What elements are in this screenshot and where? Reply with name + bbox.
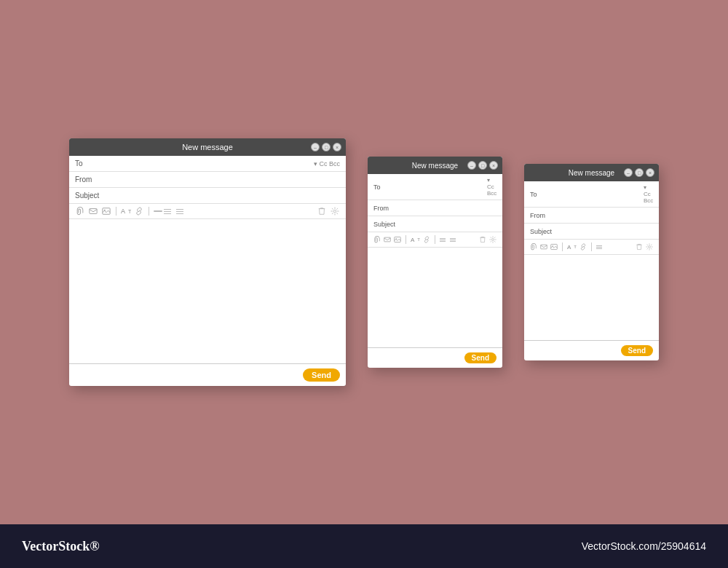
svg-rect-0 — [90, 209, 97, 214]
maximize-btn-large[interactable]: □ — [322, 143, 331, 151]
subject-input-small[interactable] — [559, 228, 653, 235]
close-btn-medium[interactable]: × — [489, 161, 498, 170]
toolbar-sep-2-small — [591, 242, 592, 251]
window-title-medium: New message — [412, 162, 458, 170]
image-icon-large[interactable] — [101, 207, 111, 216]
to-field-row-small: To ▾ Cc Bcc — [524, 181, 659, 208]
email-bottom-large: Send — [69, 363, 346, 386]
svg-point-7 — [492, 239, 494, 241]
window-title-large: New message — [182, 143, 233, 151]
font-t-icon-medium[interactable]: T — [417, 237, 420, 242]
delete-icon-medium[interactable] — [479, 236, 486, 243]
toolbar-sep-2-medium — [435, 235, 435, 244]
image-icon-small[interactable] — [550, 243, 558, 251]
from-label-small: From — [530, 212, 559, 219]
email-icon-medium[interactable] — [384, 236, 391, 243]
subject-input-large[interactable] — [104, 192, 340, 200]
toolbar-right-medium — [479, 236, 496, 243]
from-input-large[interactable] — [104, 175, 340, 184]
window-controls-medium: – □ × — [467, 161, 498, 170]
minimize-btn-small[interactable]: – — [624, 168, 633, 177]
email-fields-medium: To ▾ Cc Bcc From Subject — [368, 174, 502, 232]
subject-field-row-small: Subject — [524, 224, 659, 240]
toolbar-small: A T — [524, 240, 659, 255]
email-window-medium: New message – □ × To ▾ Cc Bcc From Subje… — [368, 157, 502, 368]
delete-icon-small[interactable] — [636, 243, 643, 251]
attach-icon-large[interactable] — [75, 207, 85, 216]
svg-point-3 — [333, 210, 336, 212]
minimize-btn-medium[interactable]: – — [467, 161, 476, 170]
list-icon-medium[interactable] — [440, 238, 446, 242]
to-input-medium[interactable] — [403, 184, 484, 191]
to-label-small: To — [530, 191, 559, 198]
font-t-icon-small[interactable]: T — [574, 245, 577, 249]
minimize-btn-large[interactable]: – — [311, 143, 320, 151]
image-icon-medium[interactable] — [394, 236, 401, 243]
svg-point-11 — [649, 246, 651, 248]
to-label-medium: To — [373, 184, 403, 191]
attach-icon-small[interactable] — [530, 243, 537, 251]
email-body-medium[interactable] — [368, 248, 502, 347]
to-field-row-large: To ▾ Cc Bcc — [69, 156, 346, 172]
font-a-icon-small[interactable]: A — [567, 244, 571, 251]
toolbar-sep-1-small — [562, 242, 563, 251]
window-title-small: New message — [569, 169, 614, 177]
to-options-small: ▾ Cc Bcc — [644, 184, 653, 204]
toolbar-sep-1-medium — [405, 235, 406, 244]
numbered-list-icon-large[interactable] — [176, 209, 183, 214]
to-input-small[interactable] — [559, 191, 641, 198]
send-button-medium[interactable]: Send — [464, 352, 496, 363]
font-a-icon-medium[interactable]: A — [411, 237, 414, 243]
email-fields-small: To ▾ Cc Bcc From Subject — [524, 181, 659, 240]
settings-icon-medium[interactable] — [489, 236, 496, 243]
send-button-large[interactable]: Send — [303, 368, 340, 382]
link-icon-large[interactable] — [134, 207, 144, 216]
subject-label-small: Subject — [530, 228, 559, 235]
email-body-small[interactable] — [524, 255, 659, 340]
svg-rect-8 — [541, 245, 547, 249]
numbered-list-icon-medium[interactable] — [450, 238, 456, 242]
from-input-small[interactable] — [559, 212, 653, 219]
svg-rect-4 — [384, 237, 391, 242]
from-label-medium: From — [373, 205, 403, 212]
list-icon-large[interactable] — [154, 210, 162, 212]
email-window-small: New message – □ × To ▾ Cc Bcc From Subje… — [524, 164, 659, 360]
email-body-large[interactable] — [69, 219, 346, 363]
from-field-row-small: From — [524, 208, 659, 224]
settings-icon-large[interactable] — [330, 207, 340, 216]
link-icon-medium[interactable] — [423, 236, 430, 243]
font-a-icon-large[interactable]: A — [121, 208, 125, 215]
email-icon-small[interactable] — [540, 243, 547, 251]
close-btn-small[interactable]: × — [646, 168, 654, 177]
toolbar-sep-2-large — [149, 207, 149, 216]
settings-icon-small[interactable] — [646, 243, 653, 251]
window-controls-small: – □ × — [624, 168, 654, 177]
email-bottom-medium: Send — [368, 347, 502, 368]
font-t-icon-large[interactable]: T — [128, 209, 131, 214]
toolbar-right-large — [317, 207, 340, 216]
to-input-large[interactable] — [104, 159, 311, 167]
toolbar-large: A T — [69, 204, 346, 219]
maximize-btn-small[interactable]: □ — [635, 168, 644, 177]
subject-input-medium[interactable] — [403, 221, 496, 228]
close-btn-large[interactable]: × — [333, 143, 341, 151]
brand-name: VectorStock® — [22, 539, 100, 554]
email-fields-large: To ▾ Cc Bcc From Subject — [69, 156, 346, 204]
attach-icon-medium[interactable] — [373, 236, 381, 243]
to-options-medium: ▾ Cc Bcc — [487, 177, 496, 197]
email-window-large: New message – □ × To ▾ Cc Bcc From Subje… — [69, 138, 346, 386]
link-icon-small[interactable] — [579, 243, 587, 251]
from-label-large: From — [75, 175, 104, 184]
window-controls-large: – □ × — [311, 143, 341, 151]
title-bar-medium: New message – □ × — [368, 157, 502, 174]
email-icon-large[interactable] — [88, 207, 98, 216]
list-icon-small[interactable] — [596, 245, 602, 249]
maximize-btn-medium[interactable]: □ — [478, 161, 487, 170]
send-button-small[interactable]: Send — [621, 345, 653, 356]
email-bottom-small: Send — [524, 340, 659, 360]
delete-icon-large[interactable] — [317, 207, 327, 216]
from-input-medium[interactable] — [403, 205, 496, 212]
toolbar-sep-1-large — [116, 207, 116, 216]
from-field-row-large: From — [69, 172, 346, 188]
to-options-large: ▾ Cc Bcc — [314, 160, 340, 167]
